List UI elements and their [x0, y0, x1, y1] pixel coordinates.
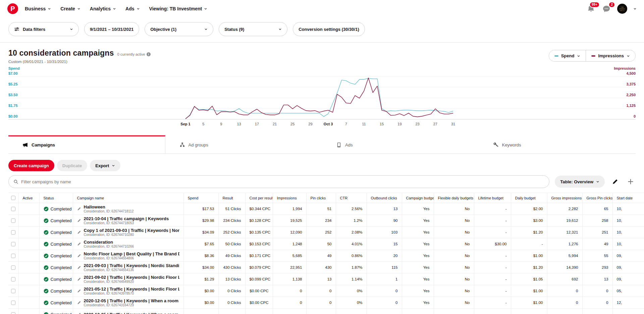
- campaign-name-cell[interactable]: ConsiderationConsideration, ID: 62674471…: [73, 238, 183, 250]
- completed-check-icon: [44, 242, 49, 247]
- edit-name-pencil-icon[interactable]: [77, 301, 81, 305]
- nav-item-business[interactable]: Business: [20, 3, 56, 14]
- column-header[interactable]: Start date: [612, 193, 644, 203]
- metric-cell: 0: [306, 297, 336, 309]
- edit-name-pencil-icon[interactable]: [77, 207, 81, 211]
- nav-item-viewing-tb-investment[interactable]: Viewing: TB Investment: [145, 3, 212, 14]
- date-range-button[interactable]: 9/1/2021 – 10/31/2021: [84, 22, 139, 36]
- metric-cell: 2.56%: [336, 203, 367, 215]
- column-header[interactable]: CTR: [336, 193, 367, 203]
- row-checkbox[interactable]: [11, 218, 15, 223]
- spend-metric-dropdown[interactable]: Spend: [549, 50, 586, 61]
- tab-keywords[interactable]: Keywords: [479, 135, 636, 153]
- column-header[interactable]: Pin clicks: [306, 193, 336, 203]
- nav-item-ads[interactable]: Ads: [121, 3, 144, 14]
- row-checkbox[interactable]: [11, 230, 15, 235]
- nav-item-analytics[interactable]: Analytics: [85, 3, 121, 14]
- account-avatar[interactable]: THEBRANDDECO: [617, 4, 627, 14]
- campaign-name[interactable]: 2020-12-05 | Traffic | Keywords | When a…: [84, 312, 179, 314]
- impressions-metric-dropdown[interactable]: Impressions: [586, 50, 635, 61]
- column-header[interactable]: Cost per result: [245, 193, 273, 203]
- column-header[interactable]: Gross impressions: [547, 193, 582, 203]
- table-view-dropdown[interactable]: Table: Overview: [555, 176, 605, 188]
- edit-name-pencil-icon[interactable]: [77, 254, 81, 258]
- edit-name-pencil-icon[interactable]: [77, 277, 81, 281]
- status-dropdown[interactable]: Status (9): [219, 22, 287, 36]
- row-checkbox[interactable]: [11, 254, 15, 258]
- column-header[interactable]: Campaign budget: [402, 193, 434, 203]
- campaign-name[interactable]: 2021-09-02 | Traffic | Keywords | Nordic…: [84, 275, 179, 280]
- campaign-name[interactable]: 2021-09-03 | Traffic | Keywords | Nordic…: [84, 263, 179, 268]
- column-header[interactable]: Flexible daily budgets: [434, 193, 474, 203]
- metric-cell: 09,: [612, 273, 644, 285]
- campaign-name-cell[interactable]: Copy 1 of 2021-09-03 | Traffic | Keyword…: [73, 227, 183, 238]
- metric-cell: 90: [367, 215, 402, 227]
- column-header[interactable]: Result: [218, 193, 245, 203]
- column-header[interactable]: Spend: [183, 193, 218, 203]
- create-campaign-button[interactable]: Create campaign: [8, 160, 54, 171]
- column-header[interactable]: Lifetime budget: [474, 193, 511, 203]
- edit-name-pencil-icon[interactable]: [77, 230, 81, 234]
- campaign-name-cell[interactable]: 2020-12-05 | Traffic | Keywords | When a…: [73, 309, 183, 314]
- row-checkbox[interactable]: [11, 207, 15, 211]
- messages-button[interactable]: 2: [602, 4, 611, 13]
- campaign-name[interactable]: Halloween: [84, 204, 134, 209]
- row-checkbox[interactable]: [11, 265, 15, 270]
- column-header[interactable]: Status: [39, 193, 73, 203]
- account-chevron-down-icon[interactable]: [633, 7, 637, 10]
- row-checkbox[interactable]: [11, 242, 15, 246]
- nav-item-create[interactable]: Create: [56, 3, 85, 14]
- search-input[interactable]: [21, 179, 544, 184]
- row-checkbox[interactable]: [11, 312, 15, 314]
- campaign-name-cell[interactable]: HalloweenConsideration, ID: 626744718112: [73, 203, 183, 215]
- campaign-name-cell[interactable]: Nordic Floor Lamp | Best Quality | The B…: [73, 250, 183, 262]
- column-header[interactable]: Campaign name: [73, 193, 183, 203]
- conversion-settings-button[interactable]: Conversion settings (30/30/1): [293, 22, 365, 36]
- notifications-button[interactable]: 99+: [586, 4, 596, 13]
- edit-name-pencil-icon[interactable]: [77, 312, 81, 314]
- edit-name-pencil-icon[interactable]: [77, 289, 81, 293]
- svg-text:19: 19: [397, 122, 401, 126]
- campaign-name[interactable]: Copy 1 of 2021-09-03 | Traffic | Keyword…: [84, 228, 179, 233]
- campaign-name-cell[interactable]: 2021-10-04 | Traffic campaign | Keywords…: [73, 215, 183, 227]
- campaign-name[interactable]: Consideration: [84, 240, 134, 245]
- column-header[interactable]: Gross Pin clicks: [582, 193, 612, 203]
- tab-ads[interactable]: Ads: [322, 135, 479, 153]
- metric-cell: -: [474, 215, 511, 227]
- messages-badge: 2: [608, 2, 615, 8]
- data-filters-dropdown[interactable]: Data filters: [8, 22, 79, 36]
- edit-columns-button[interactable]: [610, 177, 620, 187]
- select-all-checkbox[interactable]: [11, 196, 15, 200]
- page-title: 10 consideration campaigns: [8, 49, 114, 58]
- campaign-name[interactable]: 2021-05-12 | Traffic | Keywords | Nordic…: [84, 287, 179, 292]
- column-header[interactable]: Impressions: [273, 193, 306, 203]
- add-column-button[interactable]: [626, 177, 636, 187]
- campaign-name-cell[interactable]: 2020-12-05 | Traffic | Keywords | When a…: [73, 297, 183, 309]
- column-header[interactable]: Outbound clicks: [367, 193, 402, 203]
- export-button[interactable]: Export: [90, 160, 120, 171]
- column-header[interactable]: Daily budget: [511, 193, 547, 203]
- duplicate-button[interactable]: Duplicate: [57, 160, 88, 171]
- edit-name-pencil-icon[interactable]: [77, 242, 81, 246]
- campaign-name-cell[interactable]: 2021-09-02 | Traffic | Keywords | Nordic…: [73, 273, 183, 285]
- campaign-name[interactable]: 2021-10-04 | Traffic campaign | Keywords: [84, 216, 169, 221]
- row-checkbox[interactable]: [11, 289, 15, 293]
- row-checkbox[interactable]: [11, 301, 15, 305]
- tab-campaigns[interactable]: Campaigns: [8, 135, 165, 153]
- metric-cell: 55: [582, 250, 612, 262]
- campaign-name[interactable]: 2020-12-05 | Traffic | Keywords | When a…: [84, 298, 179, 303]
- edit-name-pencil-icon[interactable]: [77, 265, 81, 269]
- objective-dropdown[interactable]: Objective (1): [145, 22, 213, 36]
- column-header[interactable]: Active: [18, 193, 39, 203]
- chevron-down-icon: [577, 54, 580, 58]
- edit-name-pencil-icon[interactable]: [77, 218, 81, 223]
- campaign-name[interactable]: Nordic Floor Lamp | Best Quality | The B…: [84, 251, 179, 256]
- objective-label: Objective (1): [150, 27, 176, 32]
- campaign-name-cell[interactable]: 2021-09-03 | Traffic | Keywords | Nordic…: [73, 262, 183, 273]
- svg-text:$7.00: $7.00: [8, 71, 18, 75]
- tab-ad-groups[interactable]: Ad groups: [165, 135, 322, 153]
- row-checkbox[interactable]: [11, 277, 15, 281]
- campaign-name-cell[interactable]: 2021-05-12 | Traffic | Keywords | Nordic…: [73, 285, 183, 297]
- info-icon[interactable]: i: [147, 52, 151, 56]
- pinterest-logo[interactable]: P: [7, 3, 18, 14]
